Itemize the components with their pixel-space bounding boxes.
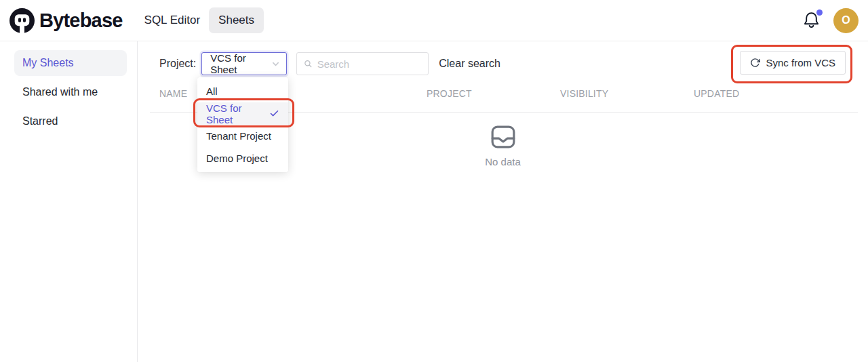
project-dropdown-menu: All VCS for Sheet Tenant Project Demo Pr…	[197, 77, 288, 172]
column-header-updated: UPDATED	[684, 88, 858, 99]
brand-title: Bytebase	[39, 9, 123, 32]
sidebar-item-label: My Sheets	[22, 57, 74, 69]
project-select[interactable]: VCS for Sheet	[201, 52, 287, 75]
menu-option-label: Tenant Project	[206, 130, 271, 142]
menu-option-vcs-for-sheet[interactable]: VCS for Sheet	[197, 102, 288, 125]
sidebar-item-label: Shared with me	[22, 86, 98, 98]
avatar[interactable]: O	[833, 8, 859, 33]
menu-option-label: All	[206, 85, 218, 97]
notifications-button[interactable]	[803, 11, 821, 30]
sheets-toolbar: Project: VCS for Sheet Clear search	[159, 52, 739, 76]
bytebase-logo-icon	[9, 8, 35, 33]
header-actions: O	[803, 8, 859, 33]
top-header: Bytebase SQL Editor Sheets O	[0, 0, 868, 41]
project-label: Project:	[159, 58, 196, 70]
project-select-value: VCS for Sheet	[210, 52, 271, 75]
menu-option-tenant-project[interactable]: Tenant Project	[197, 125, 288, 147]
empty-state-label: No data	[485, 156, 521, 167]
sidebar-item-label: Starred	[22, 115, 58, 127]
sidebar-item-shared-with-me[interactable]: Shared with me	[14, 79, 127, 105]
search-input[interactable]	[317, 58, 422, 70]
chevron-down-icon	[271, 60, 280, 68]
column-header-project: PROJECT	[417, 88, 551, 99]
menu-option-demo-project[interactable]: Demo Project	[197, 147, 288, 169]
tab-sql-editor[interactable]: SQL Editor	[143, 7, 202, 33]
check-icon	[269, 108, 279, 119]
search-icon	[304, 59, 312, 68]
inbox-icon	[490, 124, 516, 150]
clear-search-button[interactable]: Clear search	[439, 58, 500, 70]
menu-option-all[interactable]: All	[197, 80, 288, 102]
search-box	[296, 52, 429, 75]
sidebar-item-my-sheets[interactable]: My Sheets	[14, 50, 127, 76]
menu-option-label: Demo Project	[206, 153, 268, 164]
sync-from-vcs-button[interactable]: Sync from VCS	[740, 51, 846, 75]
sidebar-item-starred[interactable]: Starred	[14, 108, 127, 134]
menu-option-label: VCS for Sheet	[206, 102, 269, 125]
sync-button-label: Sync from VCS	[766, 57, 835, 68]
top-nav: SQL Editor Sheets	[143, 7, 264, 33]
column-header-visibility: VISIBILITY	[551, 88, 684, 99]
notification-dot	[816, 9, 823, 16]
sync-icon	[750, 58, 760, 68]
main-content: Project: VCS for Sheet Clear search	[138, 41, 868, 362]
sidebar: My Sheets Shared with me Starred	[0, 41, 138, 362]
tab-sheets[interactable]: Sheets	[209, 7, 264, 33]
page-body: My Sheets Shared with me Starred Project…	[0, 41, 868, 362]
